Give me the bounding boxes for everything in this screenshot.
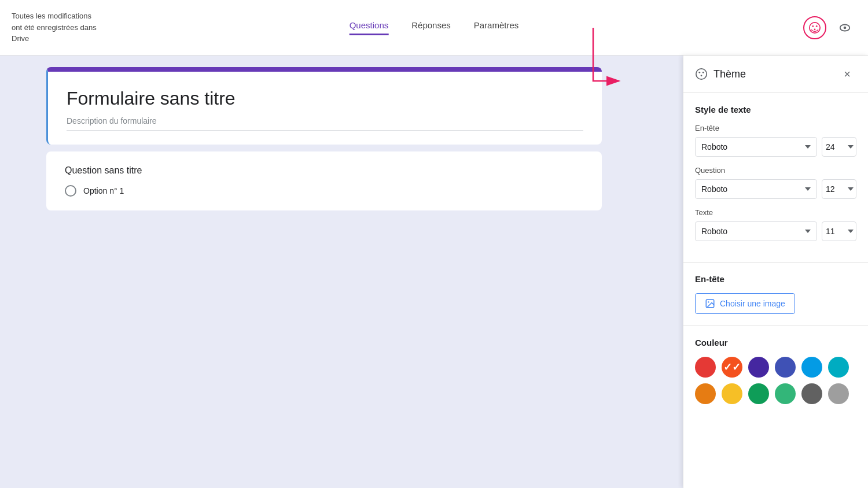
- color-grey-light[interactable]: [828, 383, 849, 404]
- tab-questions[interactable]: Questions: [350, 20, 389, 35]
- choose-image-button[interactable]: Choisir une image: [695, 293, 795, 314]
- svg-point-1: [812, 25, 814, 27]
- theme-panel-title: Thème: [713, 68, 746, 80]
- save-status: Toutes les modificationsont été enregist…: [12, 10, 97, 45]
- tab-bar: Questions Réponses Paramètres: [350, 20, 519, 35]
- color-deep-orange[interactable]: [695, 383, 716, 404]
- choose-image-label: Choisir une image: [720, 299, 785, 308]
- theme-button[interactable]: [803, 16, 826, 39]
- couleur-section: Couleur ✓: [683, 326, 868, 422]
- theme-panel-close[interactable]: ×: [838, 65, 856, 83]
- tab-reponses[interactable]: Réponses: [411, 20, 451, 35]
- main-container: Toutes les modificationsont été enregist…: [0, 0, 868, 488]
- form-header-card: Formulaire sans titre Description du for…: [46, 67, 602, 145]
- color-teal[interactable]: [748, 383, 769, 404]
- text-style-title: Style de texte: [695, 105, 856, 114]
- color-grey-dark[interactable]: [801, 383, 822, 404]
- color-green[interactable]: [775, 383, 796, 404]
- color-row-1: ✓: [695, 357, 856, 378]
- color-row-2: [695, 383, 856, 404]
- question-title[interactable]: Question sans titre: [65, 165, 583, 176]
- palette-icon: [808, 21, 821, 34]
- color-orange-dark[interactable]: ✓: [722, 357, 742, 378]
- svg-point-7: [696, 69, 707, 79]
- svg-point-2: [816, 25, 818, 27]
- color-indigo[interactable]: [775, 357, 796, 378]
- top-bar: Toutes les modificationsont été enregist…: [0, 0, 868, 56]
- color-red[interactable]: [695, 357, 716, 378]
- eye-icon: [838, 21, 851, 34]
- text-font-row: Roboto Arial 11 12 14: [695, 221, 856, 241]
- svg-point-3: [814, 28, 816, 30]
- question-font-select[interactable]: Roboto Arial: [695, 179, 817, 199]
- top-bar-actions: [803, 16, 856, 39]
- question-size-select[interactable]: 12 14 16: [822, 179, 856, 199]
- question-font-label: Question: [695, 166, 856, 175]
- couleur-title: Couleur: [695, 338, 856, 347]
- question-card: Question sans titre Option n° 1: [46, 151, 602, 210]
- header-font-row: Roboto Arial Times New Roman 24 20 28 32: [695, 137, 856, 157]
- tab-parametres[interactable]: Paramètres: [474, 20, 519, 35]
- question-font-row: Roboto Arial 12 14 16: [695, 179, 856, 199]
- theme-panel-title-row: Thème: [695, 68, 746, 80]
- color-light-blue[interactable]: [801, 357, 822, 378]
- form-description[interactable]: Description du formulaire: [67, 116, 583, 131]
- entete-section: En-tête Choisir une image: [683, 263, 868, 326]
- svg-point-8: [698, 72, 700, 73]
- color-yellow[interactable]: [722, 383, 742, 404]
- radio-button[interactable]: [65, 185, 76, 197]
- entete-section-title: En-tête: [695, 274, 856, 284]
- theme-panel-header: Thème ×: [683, 56, 868, 93]
- preview-button[interactable]: [833, 16, 856, 39]
- option-row: Option n° 1: [65, 185, 583, 197]
- theme-panel: Thème × Style de texte En-tête Roboto Ar…: [683, 56, 868, 488]
- form-header-inner: Formulaire sans titre Description du for…: [48, 72, 602, 145]
- option-label: Option n° 1: [83, 186, 124, 195]
- svg-point-5: [844, 26, 847, 29]
- svg-point-10: [701, 75, 703, 76]
- text-font-label: Texte: [695, 208, 856, 217]
- color-cyan[interactable]: [828, 357, 849, 378]
- svg-point-9: [703, 72, 704, 73]
- color-purple-dark[interactable]: [748, 357, 769, 378]
- text-size-select[interactable]: 11 12 14: [822, 221, 856, 241]
- text-font-select[interactable]: Roboto Arial: [695, 221, 817, 241]
- text-style-section: Style de texte En-tête Roboto Arial Time…: [683, 93, 868, 263]
- image-icon: [705, 298, 715, 309]
- theme-panel-icon: [695, 68, 708, 80]
- header-size-select[interactable]: 24 20 28 32: [822, 137, 856, 157]
- form-title[interactable]: Formulaire sans titre: [67, 88, 583, 109]
- svg-point-12: [708, 301, 709, 302]
- header-font-label: En-tête: [695, 124, 856, 132]
- header-font-select[interactable]: Roboto Arial Times New Roman: [695, 137, 817, 157]
